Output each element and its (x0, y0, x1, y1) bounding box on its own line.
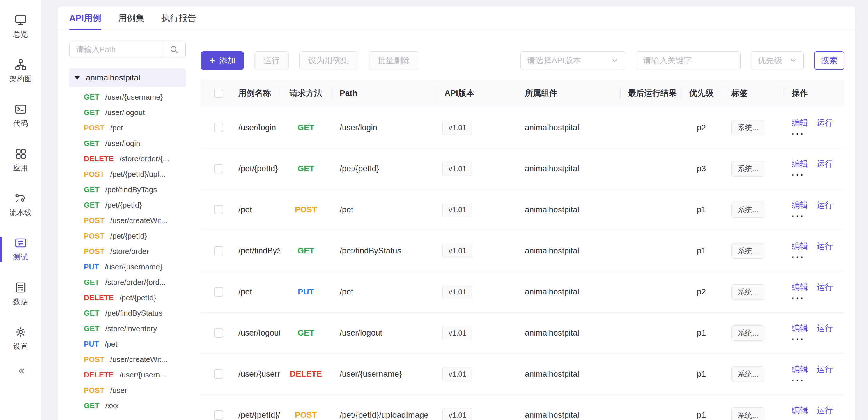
row-checkbox[interactable] (214, 287, 223, 297)
tree-item-endpoint[interactable]: GET/pet/{petId} (69, 198, 186, 213)
tree-item-endpoint[interactable]: POST/pet/{petId} (69, 228, 186, 244)
tree-search-group (69, 41, 186, 58)
tree-item-endpoint[interactable]: POST/user/createWit... (69, 213, 186, 228)
select-all-checkbox[interactable] (214, 89, 223, 98)
tree-item-endpoint[interactable]: GET/pet/findByTags (69, 182, 186, 198)
column-header: 最后运行结果 (620, 80, 681, 107)
more-actions-button[interactable]: ··· (792, 212, 805, 220)
run-link[interactable]: 运行 (817, 241, 833, 252)
priority-select[interactable]: 优先级 (751, 51, 804, 70)
run-link[interactable]: 运行 (817, 405, 833, 416)
edit-link[interactable]: 编辑 (792, 241, 808, 252)
table-header-row: 用例名称请求方法PathAPI版本所属组件最后运行结果优先级标签操作 (201, 80, 844, 107)
cases-main-area: + 添加 运行 设为用例集 批量删除 请选择API版本 优先级 (201, 41, 844, 420)
method-label: POST (84, 216, 104, 225)
api-version-chip: v1.01 (442, 326, 472, 340)
tree-item-endpoint[interactable]: POST/user/createWit... (69, 352, 186, 367)
row-checkbox[interactable] (214, 246, 223, 256)
edit-link[interactable]: 编辑 (792, 323, 808, 334)
run-link[interactable]: 运行 (817, 200, 833, 211)
row-checkbox[interactable] (214, 328, 223, 337)
table-row: /petPUT/petv1.01animalhostpitalp2系统... 编… (201, 271, 844, 312)
tab-run-reports[interactable]: 执行报告 (161, 6, 196, 30)
table-row: /user/logoutGET/user/logoutv1.01animalho… (201, 312, 844, 354)
tree-item-endpoint[interactable]: GET/xxx (69, 398, 186, 414)
run-button[interactable]: 运行 (254, 51, 289, 70)
sidebar-item-data[interactable]: 数据 (0, 271, 41, 316)
row-checkbox[interactable] (214, 123, 223, 132)
row-checkbox[interactable] (214, 164, 223, 173)
edit-link[interactable]: 编辑 (792, 405, 808, 416)
tree-item-endpoint[interactable]: GET/pet/findByStatus (69, 305, 186, 321)
tree-item-endpoint[interactable]: DELETE/user/{usern... (69, 367, 186, 383)
sidebar-item-test[interactable]: 测试 (0, 227, 41, 271)
priority: p1 (681, 189, 722, 230)
add-button[interactable]: + 添加 (201, 51, 244, 70)
more-actions-button[interactable]: ··· (792, 171, 805, 179)
search-button[interactable]: 搜索 (814, 51, 844, 70)
batch-delete-button[interactable]: 批量删除 (369, 51, 419, 70)
api-version-chip: v1.01 (442, 244, 472, 258)
more-actions-button[interactable]: ··· (792, 130, 805, 138)
endpoint-path: /pet/findByTags (105, 185, 157, 194)
request-method: GET (280, 312, 332, 353)
edit-link[interactable]: 编辑 (792, 282, 808, 293)
edit-link[interactable]: 编辑 (792, 158, 808, 170)
run-link[interactable]: 运行 (817, 323, 833, 334)
set-suite-button[interactable]: 设为用例集 (299, 51, 358, 70)
edit-link[interactable]: 编辑 (792, 117, 808, 128)
run-link[interactable]: 运行 (817, 364, 833, 375)
run-link[interactable]: 运行 (817, 282, 833, 293)
tree-item-endpoint[interactable]: GET/user/logout (69, 105, 186, 120)
tree-item-endpoint[interactable]: GET/user/{username} (69, 89, 186, 105)
row-checkbox[interactable] (214, 205, 223, 214)
priority: p2 (681, 107, 722, 148)
tree-item-endpoint[interactable]: POST/pet/{petId}/upl... (69, 167, 186, 182)
tree-root-node[interactable]: animalhostpital (69, 68, 186, 87)
case-path: /pet (332, 271, 437, 312)
tree-item-endpoint[interactable]: GET/user/login (69, 136, 186, 151)
edit-link[interactable]: 编辑 (792, 364, 808, 375)
tree-item-endpoint[interactable]: GET/store/inventory (69, 321, 186, 336)
sidebar-item-architecture[interactable]: 架构图 (0, 49, 41, 93)
tree-item-endpoint[interactable]: POST/pet (69, 120, 186, 136)
tree-item-endpoint[interactable]: POST/user (69, 383, 186, 398)
sidebar-item-code[interactable]: 代码 (0, 93, 41, 138)
tree-item-endpoint[interactable]: PUT/user/{username} (69, 259, 186, 275)
more-actions-button[interactable]: ··· (792, 295, 805, 302)
test-icon (14, 237, 27, 249)
tree-item-endpoint[interactable]: GET/store/order/{ord... (69, 275, 186, 290)
sidebar-item-apps[interactable]: 应用 (0, 138, 41, 182)
api-version-chip: v1.01 (442, 408, 472, 420)
edit-link[interactable]: 编辑 (792, 200, 808, 211)
sidebar-item-settings[interactable]: 设置 (0, 316, 41, 361)
row-checkbox[interactable] (214, 369, 223, 379)
tab-api-cases[interactable]: API用例 (69, 6, 101, 30)
row-checkbox[interactable] (214, 410, 223, 420)
tree-item-endpoint[interactable]: POST/store/order (69, 244, 186, 259)
run-link[interactable]: 运行 (817, 158, 833, 170)
path-search-input[interactable] (69, 41, 162, 58)
more-actions-button[interactable]: ··· (792, 377, 805, 384)
component-name: animalhostpital (521, 312, 620, 353)
sidebar-item-monitor[interactable]: 总览 (0, 4, 41, 49)
tree-search-button[interactable] (162, 41, 186, 58)
tab-case-suites[interactable]: 用例集 (118, 6, 144, 30)
pipeline-icon (14, 192, 27, 205)
api-version-chip: v1.01 (442, 285, 472, 299)
tag-chip: 系统... (732, 408, 764, 420)
more-actions-button[interactable]: ··· (792, 335, 805, 343)
api-version-select[interactable]: 请选择API版本 (521, 51, 625, 70)
tree-item-endpoint[interactable]: DELETE/pet/{petId} (69, 290, 186, 305)
actions-cell: 编辑 运行 ··· (784, 230, 844, 271)
collapse-sidebar-button[interactable] (0, 365, 41, 377)
more-actions-button[interactable]: ··· (792, 253, 805, 261)
sidebar-item-label: 设置 (13, 341, 28, 351)
tree-item-endpoint[interactable]: DELETE/store/order/{... (69, 151, 186, 167)
run-link[interactable]: 运行 (817, 117, 833, 128)
sidebar-item-label: 代码 (13, 119, 28, 128)
tree-item-endpoint[interactable]: PUT/pet (69, 336, 186, 352)
keyword-input[interactable] (636, 51, 741, 70)
more-actions-button[interactable]: ··· (792, 418, 805, 420)
sidebar-item-pipeline[interactable]: 流水线 (0, 182, 41, 227)
